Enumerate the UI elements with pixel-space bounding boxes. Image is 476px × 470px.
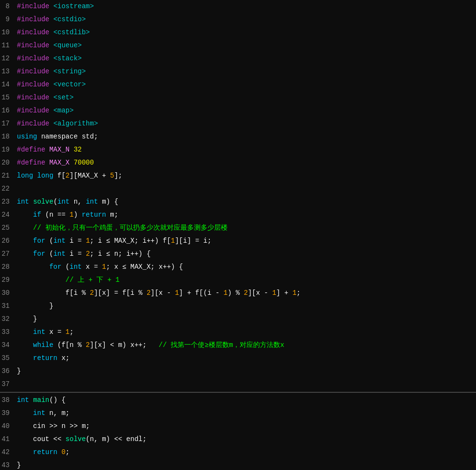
token: x = [45, 328, 66, 336]
token: #include [17, 94, 49, 101]
line-content: #include <queue> [14, 39, 476, 52]
token: ; [297, 289, 300, 297]
token: #include [17, 15, 49, 23]
token: for [33, 250, 45, 258]
token: ][x - [248, 289, 272, 297]
code-line: 36} [0, 365, 476, 378]
token: ( [54, 198, 57, 206]
token: ] + f[(i - [179, 289, 223, 297]
token: ; [69, 328, 73, 336]
line-content: while (f[n % 2][x] < m) x++; // 找第一个使≥楼层… [14, 339, 476, 352]
token: } [17, 367, 21, 375]
line-number: 16 [0, 104, 14, 117]
token: #define [17, 159, 45, 166]
token: int [33, 409, 45, 417]
token: m; [106, 211, 118, 219]
token: int [17, 396, 29, 404]
token: solve [66, 435, 86, 443]
token: int [17, 198, 29, 206]
token: int [54, 237, 66, 245]
token: 1 [224, 289, 228, 297]
token: 70000 [74, 159, 94, 166]
line-number: 19 [0, 143, 14, 156]
token: int [57, 198, 69, 206]
token: 1 [272, 289, 276, 297]
code-line: 27 for (int i = 2; i ≤ n; i++) { [0, 248, 476, 261]
token: MAX_X [49, 159, 69, 166]
token: <queue> [54, 41, 82, 49]
line-content: #include <algorithm> [14, 117, 476, 130]
line-number: 37 [0, 378, 14, 391]
token: ) [74, 211, 82, 219]
code-line: 22 [0, 182, 476, 195]
code-line: 13#include <string> [0, 65, 476, 78]
line-content: #include <cstdlib> [14, 26, 476, 39]
token: #include [17, 28, 49, 36]
token: ; [66, 448, 69, 456]
token: >> n >> m; [45, 422, 90, 430]
line-content: #include <stack> [14, 52, 476, 65]
line-number: 21 [0, 169, 14, 182]
line-number: 9 [0, 13, 14, 26]
token: () { [49, 396, 66, 404]
token: <string> [54, 68, 86, 75]
line-content: } [14, 300, 476, 313]
line-number: 24 [0, 208, 14, 221]
code-line: 25 // 初始化，只有一个鸡蛋，可以扔多少次就对应最多测多少层楼 [0, 221, 476, 235]
line-number: 23 [0, 195, 14, 208]
token: namespace std; [37, 133, 98, 140]
code-line: 9#include <cstdio> [0, 13, 476, 26]
token: ][x] < m) x++; [90, 341, 159, 349]
token: ] + [276, 289, 293, 297]
code-line: 11#include <queue> [0, 39, 476, 52]
line-content: } [14, 313, 476, 326]
code-editor: 8#include <iostream>9#include <cstdio>10… [0, 0, 476, 470]
line-content: #include <iostream> [14, 0, 476, 13]
code-line: 32 } [0, 313, 476, 326]
code-line: 16#include <map> [0, 104, 476, 117]
token: 2 [90, 289, 94, 297]
token: return [82, 211, 106, 219]
line-number: 10 [0, 26, 14, 39]
token: // 上 + 下 + 1 [66, 276, 120, 284]
line-content: return x; [14, 352, 476, 365]
line-content: // 上 + 下 + 1 [14, 274, 476, 287]
token: } [17, 302, 54, 310]
line-content: for (int i = 2; i ≤ n; i++) { [14, 248, 476, 261]
code-line: 26 for (int i = 1; i ≤ MAX_X; i++) f[1][… [0, 235, 476, 248]
line-content: } [14, 365, 476, 378]
token: x; [57, 354, 69, 362]
line-number: 14 [0, 78, 14, 91]
token: // 初始化，只有一个鸡蛋，可以扔多少次就对应最多测多少层楼 [33, 224, 228, 232]
line-number: 41 [0, 433, 14, 446]
token: f[ [54, 172, 66, 180]
token: ( [45, 250, 54, 258]
token: <vector> [54, 81, 86, 88]
token: 1 [171, 237, 175, 245]
code-line: 14#include <vector> [0, 78, 476, 91]
token: return [33, 448, 57, 456]
token: ) % [228, 289, 244, 297]
line-number: 43 [0, 459, 14, 470]
line-number: 33 [0, 326, 14, 339]
line-number: 32 [0, 313, 14, 326]
line-content: } [14, 459, 476, 470]
token: #include [17, 55, 49, 62]
line-number: 36 [0, 365, 14, 378]
token: (f[n % [54, 341, 86, 349]
line-number: 39 [0, 407, 14, 420]
section-divider [0, 392, 476, 393]
line-content: #define MAX_X 70000 [14, 156, 476, 169]
token: int [33, 328, 45, 336]
token: main [33, 396, 50, 404]
line-number: 13 [0, 65, 14, 78]
token: #include [17, 68, 49, 75]
line-content: using namespace std; [14, 130, 476, 143]
token: ( [61, 263, 69, 271]
token: ][x] = f[i % [94, 289, 147, 297]
token: <set> [54, 94, 74, 101]
line-number: 11 [0, 39, 14, 52]
code-line: 40 cin >> n >> m; [0, 420, 476, 433]
code-line: 43} [0, 459, 476, 470]
token: 2 [66, 172, 69, 180]
